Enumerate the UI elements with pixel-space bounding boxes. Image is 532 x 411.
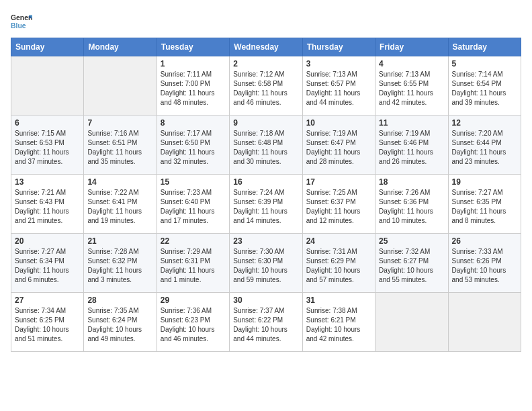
day-info: Sunrise: 7:15 AM Sunset: 6:53 PM Dayligh… <box>15 129 80 167</box>
day-info: Sunrise: 7:12 AM Sunset: 6:58 PM Dayligh… <box>233 70 298 107</box>
day-info: Sunrise: 7:25 AM Sunset: 6:37 PM Dayligh… <box>306 188 371 226</box>
day-info: Sunrise: 7:22 AM Sunset: 6:41 PM Dayligh… <box>87 188 152 226</box>
day-number: 24 <box>306 236 371 246</box>
day-info: Sunrise: 7:24 AM Sunset: 6:39 PM Dayligh… <box>233 188 298 226</box>
day-cell: 18Sunrise: 7:26 AM Sunset: 6:36 PM Dayli… <box>375 175 448 234</box>
day-info: Sunrise: 7:30 AM Sunset: 6:30 PM Dayligh… <box>233 247 298 285</box>
day-number: 10 <box>306 118 371 128</box>
col-header-monday: Monday <box>84 38 157 56</box>
col-header-friday: Friday <box>375 38 448 56</box>
col-header-sunday: Sunday <box>11 38 84 56</box>
day-number: 19 <box>452 177 517 187</box>
day-info: Sunrise: 7:13 AM Sunset: 6:55 PM Dayligh… <box>379 70 444 107</box>
week-row-1: 1Sunrise: 7:11 AM Sunset: 7:00 PM Daylig… <box>11 56 521 116</box>
day-info: Sunrise: 7:21 AM Sunset: 6:43 PM Dayligh… <box>15 188 80 226</box>
day-cell: 24Sunrise: 7:31 AM Sunset: 6:29 PM Dayli… <box>302 234 375 293</box>
day-number: 7 <box>87 118 152 128</box>
day-number: 3 <box>306 59 371 68</box>
day-cell: 9Sunrise: 7:18 AM Sunset: 6:48 PM Daylig… <box>230 116 302 175</box>
day-cell: 26Sunrise: 7:33 AM Sunset: 6:26 PM Dayli… <box>448 234 521 293</box>
day-number: 12 <box>452 118 517 128</box>
day-number: 31 <box>306 295 371 305</box>
day-cell: 30Sunrise: 7:37 AM Sunset: 6:22 PM Dayli… <box>230 293 302 352</box>
day-info: Sunrise: 7:31 AM Sunset: 6:29 PM Dayligh… <box>306 247 371 285</box>
day-cell: 2Sunrise: 7:12 AM Sunset: 6:58 PM Daylig… <box>230 56 302 116</box>
day-info: Sunrise: 7:35 AM Sunset: 6:24 PM Dayligh… <box>87 306 152 344</box>
week-row-5: 27Sunrise: 7:34 AM Sunset: 6:25 PM Dayli… <box>11 293 521 352</box>
day-cell: 8Sunrise: 7:17 AM Sunset: 6:50 PM Daylig… <box>157 116 229 175</box>
day-info: Sunrise: 7:11 AM Sunset: 7:00 PM Dayligh… <box>161 70 226 107</box>
day-cell: 19Sunrise: 7:27 AM Sunset: 6:35 PM Dayli… <box>448 175 521 234</box>
week-row-4: 20Sunrise: 7:27 AM Sunset: 6:34 PM Dayli… <box>11 234 521 293</box>
day-number: 14 <box>87 177 152 187</box>
col-header-wednesday: Wednesday <box>230 38 302 56</box>
day-cell: 28Sunrise: 7:35 AM Sunset: 6:24 PM Dayli… <box>84 293 157 352</box>
day-info: Sunrise: 7:18 AM Sunset: 6:48 PM Dayligh… <box>233 129 298 167</box>
day-number: 15 <box>161 177 226 187</box>
day-number: 21 <box>87 236 152 246</box>
day-cell <box>11 56 84 116</box>
day-cell: 20Sunrise: 7:27 AM Sunset: 6:34 PM Dayli… <box>11 234 84 293</box>
day-number: 29 <box>161 295 226 305</box>
day-cell: 13Sunrise: 7:21 AM Sunset: 6:43 PM Dayli… <box>11 175 84 234</box>
day-info: Sunrise: 7:32 AM Sunset: 6:27 PM Dayligh… <box>379 247 444 285</box>
day-info: Sunrise: 7:14 AM Sunset: 6:54 PM Dayligh… <box>452 70 517 107</box>
day-cell <box>84 56 157 116</box>
calendar-table: SundayMondayTuesdayWednesdayThursdayFrid… <box>11 38 521 352</box>
day-info: Sunrise: 7:19 AM Sunset: 6:46 PM Dayligh… <box>379 129 444 167</box>
day-number: 25 <box>379 236 444 246</box>
day-number: 2 <box>233 59 298 68</box>
day-info: Sunrise: 7:27 AM Sunset: 6:35 PM Dayligh… <box>452 188 517 226</box>
day-cell: 22Sunrise: 7:29 AM Sunset: 6:31 PM Dayli… <box>157 234 229 293</box>
day-info: Sunrise: 7:29 AM Sunset: 6:31 PM Dayligh… <box>161 247 226 285</box>
day-info: Sunrise: 7:17 AM Sunset: 6:50 PM Dayligh… <box>161 129 226 167</box>
col-header-thursday: Thursday <box>302 38 375 56</box>
col-header-saturday: Saturday <box>448 38 521 56</box>
day-number: 5 <box>452 59 517 68</box>
day-number: 18 <box>379 177 444 187</box>
day-info: Sunrise: 7:36 AM Sunset: 6:23 PM Dayligh… <box>161 306 226 344</box>
day-number: 22 <box>161 236 226 246</box>
day-cell <box>375 293 448 352</box>
week-row-2: 6Sunrise: 7:15 AM Sunset: 6:53 PM Daylig… <box>11 116 521 175</box>
day-info: Sunrise: 7:26 AM Sunset: 6:36 PM Dayligh… <box>379 188 444 226</box>
day-number: 28 <box>87 295 152 305</box>
col-header-tuesday: Tuesday <box>157 38 229 56</box>
day-info: Sunrise: 7:23 AM Sunset: 6:40 PM Dayligh… <box>161 188 226 226</box>
page-header: General Blue <box>11 11 521 32</box>
day-number: 1 <box>161 59 226 68</box>
day-cell: 21Sunrise: 7:28 AM Sunset: 6:32 PM Dayli… <box>84 234 157 293</box>
day-info: Sunrise: 7:20 AM Sunset: 6:44 PM Dayligh… <box>452 129 517 167</box>
day-number: 26 <box>452 236 517 246</box>
day-cell: 29Sunrise: 7:36 AM Sunset: 6:23 PM Dayli… <box>157 293 229 352</box>
day-cell: 16Sunrise: 7:24 AM Sunset: 6:39 PM Dayli… <box>230 175 302 234</box>
day-cell: 5Sunrise: 7:14 AM Sunset: 6:54 PM Daylig… <box>448 56 521 116</box>
day-cell: 31Sunrise: 7:38 AM Sunset: 6:21 PM Dayli… <box>302 293 375 352</box>
day-info: Sunrise: 7:13 AM Sunset: 6:57 PM Dayligh… <box>306 70 371 107</box>
logo-icon: General Blue <box>11 11 32 32</box>
day-info: Sunrise: 7:33 AM Sunset: 6:26 PM Dayligh… <box>452 247 517 285</box>
day-info: Sunrise: 7:38 AM Sunset: 6:21 PM Dayligh… <box>306 306 371 344</box>
day-cell: 4Sunrise: 7:13 AM Sunset: 6:55 PM Daylig… <box>375 56 448 116</box>
day-cell <box>448 293 521 352</box>
day-cell: 27Sunrise: 7:34 AM Sunset: 6:25 PM Dayli… <box>11 293 84 352</box>
day-info: Sunrise: 7:34 AM Sunset: 6:25 PM Dayligh… <box>15 306 80 344</box>
day-cell: 6Sunrise: 7:15 AM Sunset: 6:53 PM Daylig… <box>11 116 84 175</box>
day-cell: 15Sunrise: 7:23 AM Sunset: 6:40 PM Dayli… <box>157 175 229 234</box>
day-info: Sunrise: 7:19 AM Sunset: 6:47 PM Dayligh… <box>306 129 371 167</box>
logo: General Blue <box>11 11 36 32</box>
day-cell: 11Sunrise: 7:19 AM Sunset: 6:46 PM Dayli… <box>375 116 448 175</box>
day-number: 23 <box>233 236 298 246</box>
day-cell: 25Sunrise: 7:32 AM Sunset: 6:27 PM Dayli… <box>375 234 448 293</box>
day-cell: 3Sunrise: 7:13 AM Sunset: 6:57 PM Daylig… <box>302 56 375 116</box>
day-number: 6 <box>15 118 80 128</box>
day-info: Sunrise: 7:37 AM Sunset: 6:22 PM Dayligh… <box>233 306 298 344</box>
day-number: 20 <box>15 236 80 246</box>
day-number: 30 <box>233 295 298 305</box>
day-info: Sunrise: 7:28 AM Sunset: 6:32 PM Dayligh… <box>87 247 152 285</box>
week-row-3: 13Sunrise: 7:21 AM Sunset: 6:43 PM Dayli… <box>11 175 521 234</box>
day-cell: 12Sunrise: 7:20 AM Sunset: 6:44 PM Dayli… <box>448 116 521 175</box>
day-number: 13 <box>15 177 80 187</box>
day-cell: 14Sunrise: 7:22 AM Sunset: 6:41 PM Dayli… <box>84 175 157 234</box>
day-number: 16 <box>233 177 298 187</box>
